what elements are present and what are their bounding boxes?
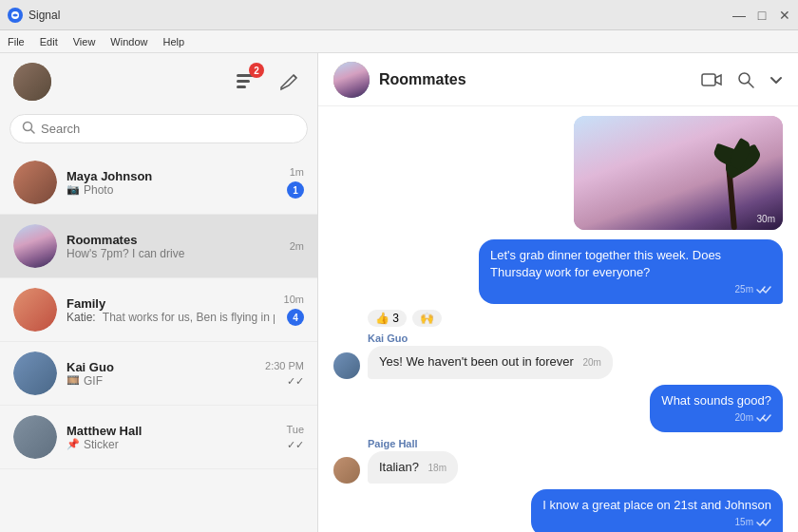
menu-edit[interactable]: Edit (40, 36, 58, 48)
message-time: 15m (735, 516, 753, 529)
bubble: What sounds good? 20m (650, 385, 783, 432)
contact-item-roommates[interactable]: Roommates How's 7pm? I can drive 2m (0, 215, 317, 278)
contact-meta: 2m (290, 240, 304, 252)
message-outgoing-place: I know a great place on 21st and Johnson… (333, 489, 783, 532)
minimize-button[interactable]: — (733, 10, 745, 21)
contact-list: Maya Johnson 📷 Photo 1m 1 Roommates (0, 151, 317, 532)
more-options-button[interactable] (770, 73, 783, 86)
bubble-sender: Paige Hall (368, 438, 458, 449)
sidebar: 2 (0, 53, 318, 532)
message-time: 18m (428, 463, 446, 473)
bubble-text: Yes! We haven't been out in forever (379, 354, 574, 369)
reaction-thumbsup: 👍 3 (368, 310, 407, 327)
contact-time: Tue (286, 424, 304, 435)
unread-badge: 4 (287, 309, 304, 326)
bubble-text: What sounds good? (661, 393, 771, 408)
contact-preview: Katie: That works for us, Ben is flying … (66, 311, 275, 324)
menubar: File Edit View Window Help (0, 30, 798, 53)
preview-icon: 📷 (66, 183, 80, 196)
contact-time: 2m (290, 240, 304, 252)
preview-sender: Katie: (66, 311, 96, 324)
contact-item-kai[interactable]: Kai Guo 🎞️ GIF 2:30 PM ✓✓ (0, 342, 317, 406)
search-input[interactable] (41, 122, 295, 136)
read-receipt: ✓✓ (287, 375, 304, 388)
search-chat-button[interactable] (737, 71, 754, 88)
message-image: 30m (333, 116, 783, 230)
message-reactions: 👍 3 🙌 (368, 310, 783, 327)
avatar (13, 415, 57, 459)
profile-avatar[interactable] (13, 63, 51, 101)
compose-button[interactable]: 2 (230, 66, 260, 97)
contact-info: Matthew Hall 📌 Sticker (66, 424, 276, 451)
message-incoming-kai: Kai Guo Yes! We haven't been out in fore… (333, 332, 783, 378)
contact-preview: 📷 Photo (66, 183, 277, 197)
contact-preview: How's 7pm? I can drive (66, 247, 280, 260)
contact-preview: 🎞️ GIF (66, 374, 256, 388)
contact-item-matthew[interactable]: Matthew Hall 📌 Sticker Tue ✓✓ (0, 406, 317, 469)
message-incoming-paige: Paige Hall Italian? 18m (333, 438, 783, 484)
menu-help[interactable]: Help (162, 36, 184, 48)
svg-line-8 (749, 82, 754, 87)
image-bubble: 30m (574, 116, 783, 230)
search-icon (22, 121, 35, 137)
contact-info: Roommates How's 7pm? I can drive (66, 233, 280, 260)
contact-info: Maya Johnson 📷 Photo (66, 169, 277, 197)
bubble-meta: 25m (490, 283, 771, 296)
svg-rect-6 (702, 74, 715, 86)
preview-text: Sticker (84, 438, 119, 451)
contact-name: Family (66, 296, 275, 311)
video-call-button[interactable] (701, 71, 722, 88)
contact-name: Roommates (66, 233, 280, 247)
new-message-button[interactable] (274, 66, 304, 97)
avatar (333, 352, 360, 379)
bubble: I know a great place on 21st and Johnson… (531, 489, 783, 532)
avatar (13, 288, 57, 332)
avatar (13, 224, 57, 268)
contact-name: Maya Johnson (66, 169, 277, 183)
avatar (333, 457, 360, 484)
compose-badge: 2 (249, 63, 264, 78)
close-button[interactable]: ✕ (779, 10, 790, 21)
image-time: 30m (757, 214, 775, 224)
chat-avatar (333, 62, 370, 98)
messages-area: 30m Let's grab dinner together this week… (318, 106, 798, 532)
menu-view[interactable]: View (73, 36, 96, 48)
maximize-button[interactable]: □ (756, 10, 768, 21)
preview-text: Photo (84, 183, 113, 197)
svg-rect-3 (237, 86, 246, 88)
contact-item-maya[interactable]: Maya Johnson 📷 Photo 1m 1 (0, 151, 317, 215)
contact-time: 1m (290, 166, 304, 178)
contact-item-family[interactable]: Family Katie: That works for us, Ben is … (0, 278, 317, 342)
bubble: Yes! We haven't been out in forever 20m (368, 346, 613, 378)
message-outgoing-dinner: Let's grab dinner together this week. Do… (333, 239, 783, 304)
bubble-text: I know a great place on 21st and Johnson (542, 498, 771, 512)
contact-info: Kai Guo 🎞️ GIF (66, 360, 256, 388)
bubble-text: Italian? (379, 460, 419, 474)
contact-name: Kai Guo (66, 360, 256, 374)
avatar (13, 161, 57, 204)
contact-meta: Tue ✓✓ (286, 424, 304, 451)
read-receipt: ✓✓ (287, 439, 304, 451)
unread-badge: 1 (287, 181, 304, 199)
contact-meta: 2:30 PM ✓✓ (265, 360, 304, 388)
menu-window[interactable]: Window (110, 36, 147, 48)
preview-icon: 🎞️ (66, 374, 80, 387)
contact-preview: 📌 Sticker (66, 438, 276, 451)
message-time: 20m (582, 357, 600, 368)
menu-file[interactable]: File (8, 36, 25, 48)
chat-header: Roommates (318, 53, 798, 106)
message-outgoing-sounds-good: What sounds good? 20m (333, 385, 783, 432)
app-logo (8, 8, 23, 23)
bubble-text: Let's grab dinner together this week. Do… (490, 247, 771, 281)
reaction-celebrate: 🙌 (412, 310, 442, 327)
contact-meta: 10m 4 (284, 294, 304, 326)
chat-area: Roommates (318, 53, 798, 532)
chat-title: Roommates (379, 71, 466, 88)
contact-time: 10m (284, 294, 304, 305)
search-bar[interactable] (10, 114, 308, 143)
message-time: 20m (735, 411, 753, 425)
contact-name: Matthew Hall (66, 424, 276, 438)
bubble-sender: Kai Guo (368, 332, 613, 344)
bubble-meta: 15m (542, 516, 771, 529)
svg-rect-2 (237, 80, 250, 83)
